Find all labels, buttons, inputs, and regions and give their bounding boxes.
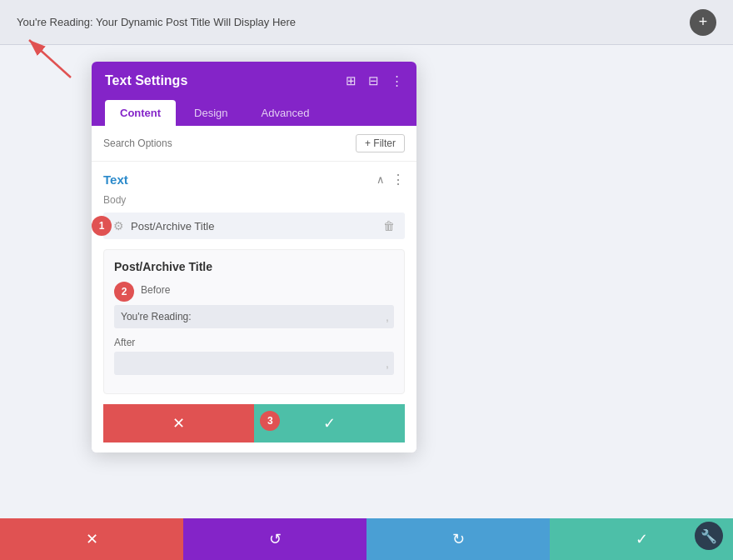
modal-tabs: Content Design Advanced: [92, 100, 416, 126]
delete-icon[interactable]: 🗑: [383, 219, 395, 232]
modal-title: Text Settings: [105, 73, 187, 88]
confirm-row: ✕ ✓: [103, 404, 405, 442]
search-bar: + Filter: [92, 126, 416, 162]
after-label: After: [114, 337, 394, 348]
before-input[interactable]: [114, 305, 394, 328]
modal-header: Text Settings ⊞ ⊟ ⋮: [92, 62, 416, 100]
toolbar-cancel-button[interactable]: ✕: [0, 518, 183, 560]
tab-design[interactable]: Design: [179, 100, 242, 126]
confirm-row-wrap: 3 ✕ ✓: [103, 404, 405, 442]
wrench-button[interactable]: 🔧: [695, 522, 723, 550]
modal-panel: Text Settings ⊞ ⊟ ⋮ Content Design Advan…: [92, 62, 416, 452]
dynamic-value-label: Post/Archive Title: [131, 220, 214, 232]
body-label: Body: [103, 194, 405, 206]
section-title: Text: [103, 172, 128, 187]
more-icon[interactable]: ⋮: [391, 73, 403, 88]
tab-advanced[interactable]: Advanced: [247, 100, 325, 126]
modal-header-icons: ⊞ ⊟ ⋮: [346, 73, 403, 88]
settings-icon[interactable]: ⚙: [113, 219, 124, 232]
dynamic-expanded: Post/Archive Title 2 Before , After ,: [103, 249, 405, 394]
columns-icon[interactable]: ⊟: [368, 73, 379, 88]
comma-icon: ,: [386, 310, 389, 323]
search-input[interactable]: [103, 138, 356, 149]
top-bar: You're Reading: Your Dynamic Post Title …: [0, 0, 733, 45]
chevron-up-icon[interactable]: ∧: [376, 173, 385, 186]
dynamic-row-left: ⚙ Post/Archive Title: [113, 219, 214, 232]
toolbar-undo-button[interactable]: ↺: [183, 518, 366, 560]
breadcrumb-text: You're Reading: Your Dynamic Post Title …: [17, 16, 296, 28]
filter-button[interactable]: + Filter: [356, 134, 405, 152]
inline-confirm-button[interactable]: ✓: [254, 404, 405, 442]
inline-cancel-button[interactable]: ✕: [103, 404, 254, 442]
tab-content[interactable]: Content: [105, 100, 176, 126]
after-input[interactable]: [114, 352, 394, 375]
modal-content: Text ∧ ⋮ Body 1 ⚙ Post/Archive Title 🗑: [92, 162, 416, 452]
expanded-title: Post/Archive Title: [114, 260, 394, 273]
section-header-right: ∧ ⋮: [376, 172, 405, 188]
before-field-wrap: ,: [114, 305, 394, 328]
before-label: Before: [141, 284, 170, 296]
after-comma-icon: ,: [386, 357, 389, 370]
add-button[interactable]: +: [690, 9, 716, 36]
toolbar-redo-button[interactable]: ↻: [366, 518, 550, 560]
after-field-wrap: ,: [114, 352, 394, 375]
resize-icon[interactable]: ⊞: [346, 73, 357, 88]
bottom-toolbar: ✕ ↺ ↻ ✓: [0, 518, 733, 560]
main-area: Text Settings ⊞ ⊟ ⋮ Content Design Advan…: [0, 45, 733, 560]
dynamic-row: ⚙ Post/Archive Title 🗑: [103, 212, 405, 239]
annotation-badge-2: 2: [114, 282, 134, 302]
section-more-icon[interactable]: ⋮: [391, 172, 405, 188]
section-header: Text ∧ ⋮: [103, 172, 405, 188]
